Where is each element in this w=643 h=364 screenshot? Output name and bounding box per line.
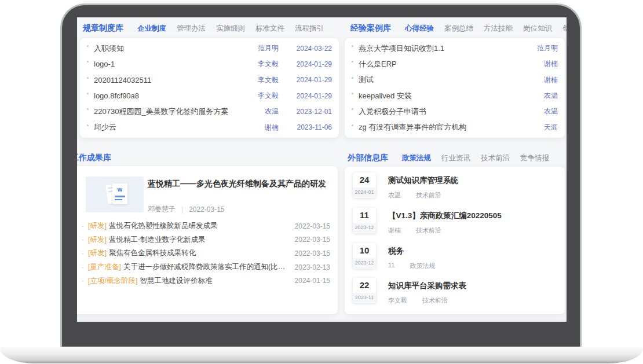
item-stage-tag: [立项/概念阶段] — [88, 276, 137, 286]
tab-qiye-zhidu[interactable]: 企业制度 — [137, 24, 166, 34]
list-item[interactable]: · [量产准备] 关于进一步做好减税降费政策落实工作的通知(比对文档) 2023… — [82, 260, 330, 274]
item-bullet-icon — [352, 124, 353, 126]
laptop-base — [0, 347, 643, 363]
item-title[interactable]: 知识库平台采购需求表 — [388, 281, 466, 290]
tab-xinde-jingyan[interactable]: 心得经验 — [405, 24, 434, 34]
item-date: 2022-03-15 — [295, 222, 330, 230]
item-author: 李文毅 — [238, 91, 279, 101]
list-item[interactable]: keepalived 安装 农温 — [352, 88, 558, 104]
item-bullet-icon: · — [82, 236, 84, 244]
results-list: · [研发] 蓝悦石化热塑性橡胶新品研发成果 2022-03-15 · [研发]… — [82, 219, 330, 288]
experience-list: 燕京大学项目知识收割1.1 范月明 什么是ERP 谢楠 测试 谢楠 keepal… — [345, 38, 565, 138]
item-title[interactable]: 入职须知 — [94, 43, 238, 54]
featured-result[interactable]: W 蓝悦精工——多光色夜光纤维制备及其产品的研发 邓姜慧子 | 2022-03-… — [86, 177, 330, 215]
item-bullet-icon — [352, 77, 353, 79]
external-list: 24 2024-01 测试知识库管理系统 农温 技术前沿 11 2023 — [345, 167, 565, 314]
tab-gangwei-zhishi[interactable]: 岗位知识 — [523, 24, 552, 34]
experience-panel-title[interactable]: 经验案例库 — [350, 23, 391, 34]
list-item[interactable]: 燕京大学项目知识收割1.1 范月明 — [352, 41, 558, 56]
list-item[interactable]: · [研发] 蓝悦石化热塑性橡胶新品研发成果 2022-03-15 — [82, 219, 330, 233]
external-item[interactable]: 22 2023-11 知识库平台采购需求表 李文毅 技术前沿 — [353, 275, 557, 311]
item-date: 2024-01-29 — [279, 60, 332, 68]
item-bullet-icon — [87, 45, 89, 47]
item-author: 11 — [388, 262, 394, 270]
rules-list: 入职须知 范月明 2024-03-22 logo-1 李文毅 2024-01-2… — [80, 38, 339, 138]
item-title[interactable]: 智慧工地建设评价标准 — [140, 276, 287, 286]
list-item[interactable]: 测试 谢楠 — [352, 72, 558, 88]
tab-jingzheng-qingbao[interactable]: 竞争情报 — [520, 153, 549, 163]
item-title[interactable]: zg 有没有调查异事件的官方机构 — [359, 122, 517, 133]
rules-panel-header: 规章制度库 企业制度 管理办法 实施细则 标准文件 流程指引 — [83, 23, 324, 34]
item-title[interactable]: 税务 — [388, 247, 435, 255]
list-item[interactable]: 什么是ERP 谢楠 — [352, 56, 558, 72]
date-card: 10 2023-12 — [353, 243, 376, 269]
list-item[interactable]: logo.8fcf90a8 李文毅 2024-01-29 — [87, 88, 332, 104]
item-author: 谢楠 — [238, 123, 279, 133]
rules-panel-title[interactable]: 规章制度库 — [83, 23, 123, 34]
item-title[interactable]: 什么是ERP — [359, 59, 517, 69]
item-stage-tag: [量产准备] — [88, 262, 121, 272]
word-letter: W — [118, 187, 123, 193]
item-title[interactable]: 【V1.3】亲商政策汇编20220505 — [388, 211, 502, 220]
results-panel-title[interactable]: 工作成果库 — [77, 153, 111, 163]
item-date: 2024-01-29 — [279, 92, 332, 100]
item-title[interactable]: 测试知识库管理系统 — [388, 176, 459, 185]
list-item[interactable]: · [研发] 蓝悦精工-制造业数字化新成果 2022-03-15 — [82, 233, 330, 247]
item-title[interactable]: 测试 — [359, 75, 517, 85]
item-title[interactable]: 蓝悦石化热塑性橡胶新品研发成果 — [109, 221, 288, 231]
list-item[interactable]: 220730程园园_美巢数字化签约服务方案 农温 2023-12-01 — [87, 104, 332, 119]
item-title[interactable]: 聚焦有色金属科技成果转化 — [109, 248, 288, 258]
item-title[interactable]: 邱少云 — [94, 122, 238, 133]
featured-title[interactable]: 蓝悦精工——多光色夜光纤维制备及其产品的研发 — [148, 179, 326, 189]
list-item[interactable]: · [立项/概念阶段] 智慧工地建设评价标准 2024-01-15 — [82, 274, 330, 288]
tab-hangye-zixun[interactable]: 行业资讯 — [441, 153, 470, 163]
tab-jishu-qianyan[interactable]: 技术前沿 — [481, 153, 510, 163]
item-title[interactable]: 入党积极分子申请书 — [359, 106, 517, 117]
list-item[interactable]: 邱少云 谢楠 2023-11-06 — [87, 120, 332, 135]
list-item[interactable]: · [研发] 聚焦有色金属科技成果转化 2022-03-15 — [82, 247, 330, 260]
item-title[interactable]: 20201124032511 — [94, 76, 238, 84]
item-title[interactable]: logo.8fcf90a8 — [94, 91, 238, 100]
item-title[interactable]: keepalived 安装 — [359, 91, 517, 101]
item-title[interactable]: logo-1 — [94, 60, 238, 68]
featured-author: 邓姜慧子 — [148, 204, 176, 214]
word-doc-icon: W — [112, 183, 127, 204]
list-item[interactable]: 20201124032511 李文毅 2024-01-29 — [87, 72, 332, 88]
tab-zhengce-fagui[interactable]: 政策法规 — [402, 153, 431, 163]
item-author: 农温 — [388, 191, 401, 200]
tab-guanli-banfa[interactable]: 管理办法 — [177, 24, 206, 34]
item-title[interactable]: 蓝悦精工-制造业数字化新成果 — [109, 235, 288, 245]
date-card: 22 2023-11 — [353, 278, 376, 303]
list-item[interactable]: 入职须知 范月明 2024-03-22 — [87, 41, 332, 56]
tab-fangfa-jineng[interactable]: 方法技能 — [484, 24, 513, 34]
tab-anli-zongjie[interactable]: 案例总结 — [444, 24, 473, 34]
rules-list-card: 入职须知 范月明 2024-03-22 logo-1 李文毅 2024-01-2… — [80, 38, 339, 138]
list-item[interactable]: logo-1 李文毅 2024-01-29 — [87, 56, 332, 72]
item-author: 范月明 — [517, 43, 558, 53]
item-title[interactable]: 燕京大学项目知识收割1.1 — [359, 43, 517, 54]
item-title[interactable]: 220730程园园_美巢数字化签约服务方案 — [94, 106, 238, 117]
date-card: 11 2023-12 — [353, 208, 376, 233]
list-item[interactable]: zg 有没有调查异事件的官方机构 天涯 — [352, 120, 558, 135]
item-author: 农温 — [517, 91, 558, 101]
external-item[interactable]: 10 2023-12 税务 11 政策法规 — [353, 241, 557, 276]
external-panel-header: 外部信息库 政策法规 行业资讯 技术前沿 竞争情报 — [348, 153, 549, 163]
external-item[interactable]: 11 2023-12 【V1.3】亲商政策汇编20220505 谢楠 技术前沿 — [353, 205, 557, 241]
item-author: 范月明 — [238, 43, 279, 53]
external-item-content: 【V1.3】亲商政策汇编20220505 谢楠 技术前沿 — [388, 208, 502, 235]
item-date: 2023-02-13 — [295, 263, 330, 271]
results-card: W 蓝悦精工——多光色夜光纤维制备及其产品的研发 邓姜慧子 | 2022-03-… — [77, 166, 338, 314]
tab-biaozhun-wenjian[interactable]: 标准文件 — [255, 24, 284, 34]
list-item[interactable]: 入党积极分子申请书 农温 — [352, 104, 558, 119]
external-panel-title[interactable]: 外部信息库 — [348, 153, 388, 163]
experience-tabs: 心得经验 案例总结 方法技能 岗位知识 创新建议 — [405, 24, 567, 34]
item-title[interactable]: 关于进一步做好减税降费政策落实工作的通知(比对文档) — [123, 262, 288, 272]
tab-liucheng-zhiyin[interactable]: 流程指引 — [295, 24, 324, 34]
item-stage-tag: [研发] — [88, 248, 107, 258]
word-doc-thumbnail[interactable]: W — [86, 177, 144, 212]
laptop-mockup: 规章制度库 企业制度 管理办法 实施细则 标准文件 流程指引 入职须知 范月明 … — [0, 0, 643, 364]
external-item[interactable]: 24 2024-01 测试知识库管理系统 农温 技术前沿 — [353, 170, 557, 205]
item-meta: 谢楠 技术前沿 — [388, 226, 502, 235]
tab-chuangxin-jianyi[interactable]: 创新建议 — [562, 24, 567, 34]
tab-shishi-xize[interactable]: 实施细则 — [216, 24, 245, 34]
